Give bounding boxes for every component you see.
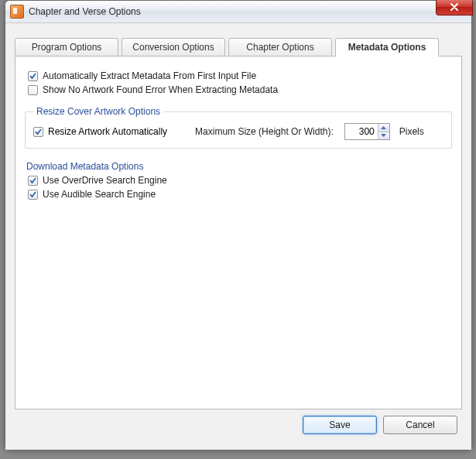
spinner-max-size — [344, 123, 390, 140]
check-icon — [29, 190, 37, 199]
save-button[interactable]: Save — [303, 416, 377, 434]
label-auto-extract: Automatically Extract Metadata From Firs… — [43, 70, 256, 81]
save-button-label: Save — [329, 420, 350, 430]
dialog-footer: Save Cancel — [15, 409, 462, 440]
titlebar[interactable]: Chapter and Verse Options — [5, 1, 471, 23]
checkbox-overdrive[interactable] — [28, 176, 38, 186]
cancel-button-label: Cancel — [406, 420, 434, 430]
options-dialog: Chapter and Verse Options Program Option… — [5, 0, 472, 450]
tab-panel-metadata: Automatically Extract Metadata From Firs… — [15, 56, 462, 409]
row-show-no-artwork: Show No Artwork Found Error When Extract… — [28, 84, 452, 95]
close-button[interactable] — [436, 0, 473, 15]
tab-program-options[interactable]: Program Options — [15, 38, 118, 57]
row-overdrive: Use OverDrive Search Engine — [28, 175, 452, 186]
tab-conversion-options[interactable]: Conversion Options — [122, 38, 225, 57]
label-audible: Use Audible Search Engine — [43, 189, 156, 200]
app-icon — [10, 5, 24, 19]
tab-label: Chapter Options — [246, 42, 313, 53]
spinner-down[interactable] — [378, 132, 389, 140]
close-icon — [450, 3, 459, 11]
legend-resize-artwork: Resize Cover Artwork Options — [33, 106, 163, 117]
check-icon — [29, 72, 37, 80]
tab-metadata-options[interactable]: Metadata Options — [335, 38, 439, 57]
group-resize-artwork: Resize Cover Artwork Options Resize Artw… — [25, 106, 452, 149]
chevron-down-icon — [381, 134, 386, 137]
tab-chapter-options[interactable]: Chapter Options — [228, 38, 332, 57]
label-max-size: Maximum Size (Height Or Width): — [195, 126, 334, 137]
check-icon — [34, 128, 43, 136]
row-resize-auto: Resize Artwork Automatically Maximum Siz… — [33, 123, 443, 140]
spinner-up[interactable] — [378, 124, 389, 132]
row-auto-extract: Automatically Extract Metadata From Firs… — [28, 70, 452, 81]
label-resize-auto: Resize Artwork Automatically — [48, 126, 167, 137]
cancel-button[interactable]: Cancel — [383, 416, 457, 434]
label-pixels: Pixels — [399, 126, 424, 137]
checkbox-show-no-artwork[interactable] — [28, 85, 38, 95]
tab-label: Metadata Options — [348, 42, 426, 53]
label-overdrive: Use OverDrive Search Engine — [43, 175, 167, 186]
checkbox-resize-auto[interactable] — [33, 127, 43, 137]
client-area: Program Options Conversion Options Chapt… — [5, 23, 471, 450]
checkbox-auto-extract[interactable] — [28, 71, 38, 81]
legend-download-metadata: Download Metadata Options — [26, 161, 452, 172]
chevron-up-icon — [381, 126, 386, 129]
check-icon — [29, 176, 37, 185]
tabstrip: Program Options Conversion Options Chapt… — [15, 37, 462, 56]
checkbox-audible[interactable] — [28, 190, 38, 200]
window-title: Chapter and Verse Options — [29, 6, 141, 17]
spinner-buttons — [378, 124, 389, 139]
tab-label: Program Options — [32, 42, 102, 53]
row-audible: Use Audible Search Engine — [28, 189, 452, 200]
label-show-no-artwork: Show No Artwork Found Error When Extract… — [43, 84, 278, 95]
input-max-size[interactable] — [345, 124, 378, 139]
tab-label: Conversion Options — [132, 42, 214, 53]
